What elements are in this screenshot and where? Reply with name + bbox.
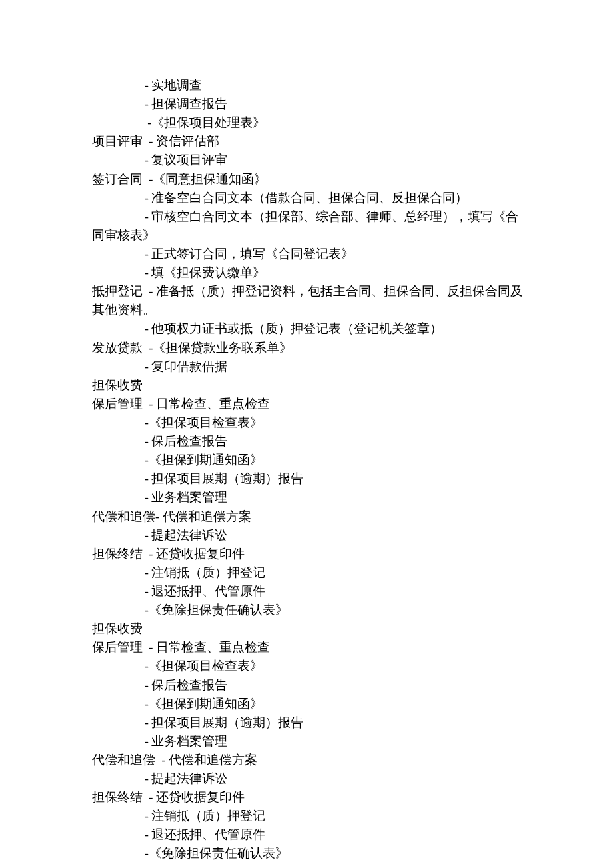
document-body: - 实地调查 - 担保调查报告 -《担保项目处理表》 项目评审 - 资信评估部 … bbox=[92, 76, 526, 863]
